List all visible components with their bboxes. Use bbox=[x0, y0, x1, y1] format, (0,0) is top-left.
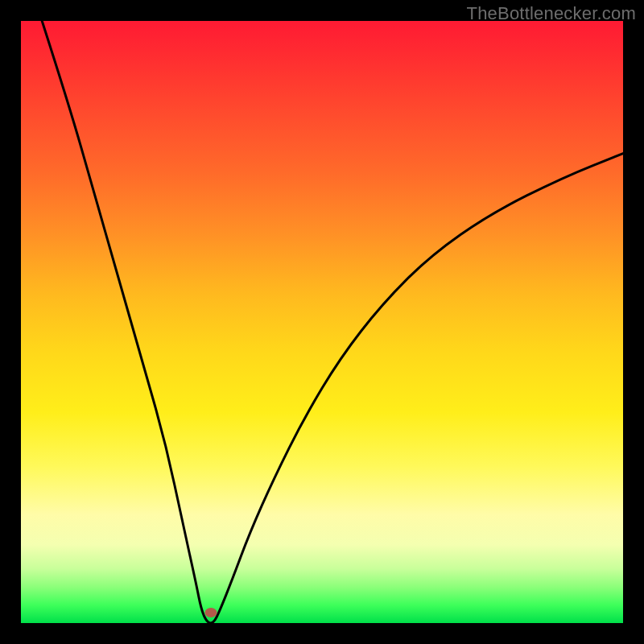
chart-plot-area bbox=[21, 21, 623, 623]
optimal-point-marker bbox=[204, 608, 217, 617]
bottleneck-curve bbox=[21, 21, 623, 623]
chart-frame: TheBottlenecker.com bbox=[0, 0, 644, 644]
curve-path bbox=[42, 21, 623, 623]
watermark-text: TheBottlenecker.com bbox=[467, 3, 636, 24]
